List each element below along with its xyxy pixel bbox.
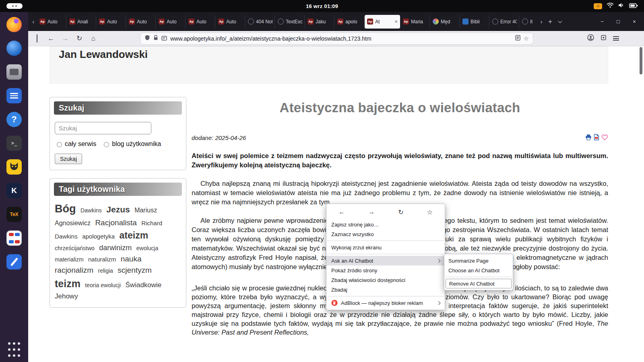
tab-11-active[interactable]: ApAt×: [365, 15, 400, 29]
menu-item-5[interactable]: Ask an AI Chatbot: [326, 256, 445, 265]
tab-1[interactable]: ApAnali: [67, 15, 96, 29]
tab-label: TextExc: [286, 19, 302, 25]
list-all-tabs-icon[interactable]: [558, 19, 562, 23]
system-tray[interactable]: [594, 0, 638, 12]
pdf-icon[interactable]: [594, 134, 599, 142]
tracking-protection-shield-icon[interactable]: [144, 35, 150, 42]
ctx-bookmark-icon[interactable]: ☆: [427, 208, 433, 216]
menu-item-3[interactable]: Wykonaj zrzut ekranu: [326, 243, 445, 252]
url-text[interactable]: www.apologetyka.info/_a/ateizm/ateistycz…: [170, 35, 512, 42]
back-button[interactable]: ←: [47, 35, 55, 42]
reload-button[interactable]: ↻: [75, 35, 83, 42]
radio-caly-serwis-input[interactable]: [57, 142, 62, 147]
tag-item[interactable]: ewolucja: [136, 245, 158, 251]
dock-latex-icon[interactable]: TeX: [5, 205, 23, 224]
menu-item-3[interactable]: Remove AI Chatbot: [446, 279, 512, 288]
tag-item[interactable]: materializm: [55, 256, 84, 263]
bookmark-star-icon[interactable]: ☆: [524, 35, 529, 42]
tag-item[interactable]: scjentyzm: [118, 266, 151, 274]
tab-7[interactable]: 404 Not: [246, 15, 275, 29]
tag-item[interactable]: teizm: [55, 278, 80, 289]
tag-item[interactable]: chrześcijaństwo: [55, 245, 95, 251]
padlock-icon[interactable]: [153, 35, 158, 42]
tab-2[interactable]: ApAuto: [97, 15, 126, 29]
tab-14[interactable]: Bibli: [460, 15, 489, 29]
tab-3[interactable]: ApAuto: [126, 15, 156, 29]
tab-4[interactable]: ApAuto: [156, 15, 186, 29]
firefox-view-icon[interactable]: [33, 35, 41, 42]
extensions-icon[interactable]: [601, 35, 607, 42]
tag-item[interactable]: Racjonalista: [95, 218, 137, 227]
tag-item[interactable]: ateizm: [120, 230, 149, 241]
dock-kmail-icon[interactable]: K: [5, 181, 23, 200]
minimize-button[interactable]: −: [599, 19, 605, 25]
radio-blog-input[interactable]: [104, 142, 109, 147]
tab-12[interactable]: ApMaria: [400, 15, 430, 29]
print-icon[interactable]: [585, 134, 592, 142]
close-button[interactable]: ×: [631, 19, 638, 25]
menu-item-label: Summarize Page: [448, 258, 489, 264]
tab-9[interactable]: ApJaku: [305, 15, 334, 29]
tab-13[interactable]: Męd: [430, 15, 460, 29]
forward-button[interactable]: →: [61, 35, 69, 42]
favorite-heart-icon[interactable]: [601, 134, 608, 142]
permissions-icon[interactable]: [161, 35, 167, 42]
menu-item-10[interactable]: AdBlock — najlepszy bloker reklam: [326, 298, 445, 308]
tab-6[interactable]: ApAuto: [216, 15, 245, 29]
tab-8[interactable]: TextExc: [275, 15, 305, 29]
page-scrollbar[interactable]: [640, 47, 642, 74]
dock-pen-app-icon[interactable]: [5, 253, 23, 271]
tab-0[interactable]: ApAuto: [37, 15, 66, 29]
tab-15[interactable]: Error 40: [490, 15, 519, 29]
dock-firefox-icon[interactable]: [5, 15, 23, 34]
dock-app-grid-icon[interactable]: [5, 340, 23, 359]
dock-cat-app-icon[interactable]: [5, 158, 23, 176]
tab-favicon: [433, 19, 439, 25]
tab-16[interactable]: Il: [520, 15, 538, 29]
menu-item-1[interactable]: Choose an AI Chatbot: [444, 265, 513, 275]
tag-item[interactable]: racjonalizm: [55, 266, 93, 274]
menu-item-8[interactable]: Zbadaj: [326, 285, 445, 294]
menu-item-0[interactable]: Zapisz stronę jako…: [326, 220, 445, 229]
radio-caly-serwis[interactable]: cały serwis: [55, 140, 96, 148]
dock-help-icon[interactable]: ?: [5, 110, 23, 129]
menu-item-6[interactable]: Pokaż źródło strony: [326, 265, 445, 275]
menu-item-0[interactable]: Summarize Page: [444, 256, 513, 265]
menu-hamburger-icon[interactable]: [613, 36, 619, 41]
scroll-tabs-right-icon[interactable]: ›: [538, 18, 545, 25]
tab-close-icon[interactable]: ×: [394, 19, 398, 25]
tag-item[interactable]: naturalizm: [88, 256, 116, 263]
tag-item[interactable]: Jezus: [106, 205, 130, 214]
ctx-back-icon[interactable]: ←: [339, 208, 345, 216]
menu-item-label: Zaznacz wszystko: [331, 231, 374, 237]
tag-item[interactable]: Dawkins: [80, 207, 102, 214]
ctx-forward-icon[interactable]: →: [368, 208, 375, 216]
tag-item[interactable]: nauka: [121, 255, 142, 263]
search-input[interactable]: [55, 122, 151, 134]
url-bar[interactable]: www.apologetyka.info/_a/ateizm/ateistycz…: [140, 33, 533, 44]
menu-item-7[interactable]: Zbadaj właściwości dostępności: [326, 275, 445, 285]
tag-item[interactable]: teoria ewolucji: [85, 282, 121, 288]
home-button[interactable]: ⌂: [89, 35, 97, 42]
account-icon[interactable]: [587, 34, 594, 43]
reader-view-icon[interactable]: [515, 35, 520, 42]
new-tab-button[interactable]: +: [545, 18, 555, 26]
search-button[interactable]: Szukaj: [55, 154, 82, 164]
dock-thunderbird-icon[interactable]: [5, 39, 23, 58]
radio-blog-uzytkownika[interactable]: blog użytkownika: [102, 140, 161, 148]
tag-item[interactable]: Bóg: [55, 203, 76, 215]
system-clock[interactable]: 16 wrz 01:09: [0, 0, 644, 12]
dock-terminal-icon[interactable]: >_: [5, 134, 23, 152]
dock-documents-icon[interactable]: [5, 86, 23, 105]
tag-item[interactable]: apologetyka: [82, 233, 115, 240]
tag-item[interactable]: darwinizm: [99, 244, 132, 252]
menu-item-1[interactable]: Zaznacz wszystko: [326, 229, 445, 239]
tab-5[interactable]: ApAuto: [186, 15, 215, 29]
dock-software-icon[interactable]: [5, 63, 23, 81]
ctx-reload-icon[interactable]: ↻: [398, 208, 403, 216]
maximize-button[interactable]: □: [615, 19, 621, 25]
scroll-tabs-left-icon[interactable]: ‹: [30, 18, 37, 25]
tab-10[interactable]: Apapolo: [335, 15, 364, 29]
tag-item[interactable]: religia: [98, 267, 113, 274]
dock-office-remote-icon[interactable]: [5, 229, 23, 247]
